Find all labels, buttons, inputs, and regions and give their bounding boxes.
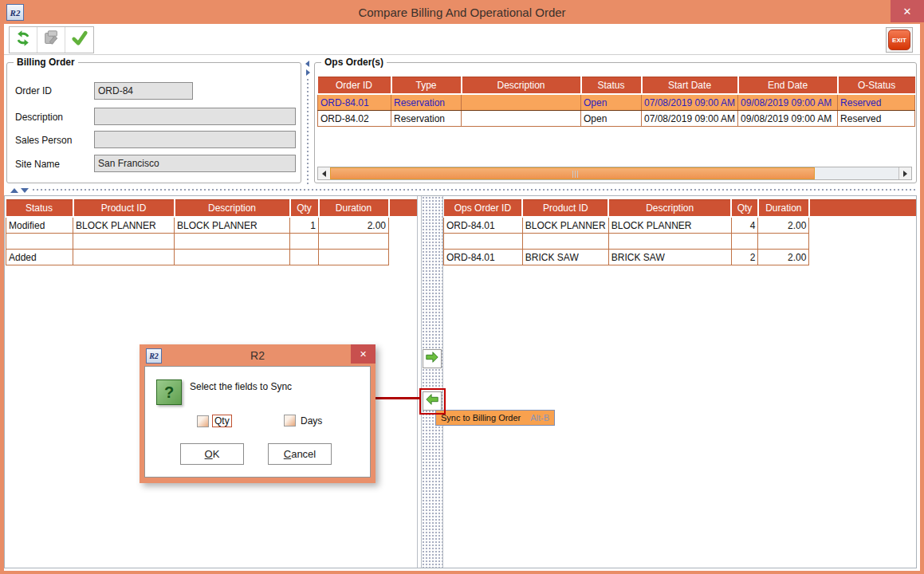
scrollbar-grip bbox=[572, 171, 578, 178]
cell: BLOCK PLANNER bbox=[608, 217, 731, 234]
column-header[interactable]: Description bbox=[608, 200, 731, 218]
billing-items-table: Status Product ID Description Qty Durati… bbox=[6, 199, 417, 265]
window-title: Compare Billing And Operational Order bbox=[0, 0, 924, 24]
scroll-left-icon bbox=[322, 171, 326, 177]
cell: 2.00 bbox=[758, 217, 809, 234]
cell bbox=[290, 250, 319, 265]
column-header[interactable]: Ops Order ID bbox=[444, 200, 523, 218]
question-icon: ? bbox=[156, 379, 182, 405]
column-header[interactable]: Duration bbox=[758, 200, 809, 218]
ops-horizontal-scrollbar[interactable] bbox=[317, 167, 912, 180]
cell bbox=[522, 234, 608, 250]
column-header[interactable]: Qty bbox=[731, 200, 758, 218]
days-checkbox-label: Days bbox=[299, 415, 324, 427]
checkmark-icon bbox=[70, 29, 89, 50]
splitter-collapse-up-icon[interactable] bbox=[10, 188, 18, 193]
cancel-button-label-rest: ancel bbox=[291, 448, 316, 460]
ops-items-header-row: Ops Order ID Product ID Description Qty … bbox=[444, 200, 917, 218]
column-header[interactable]: Product ID bbox=[73, 200, 175, 218]
scroll-left-button[interactable] bbox=[318, 167, 331, 179]
column-header[interactable]: Qty bbox=[290, 200, 319, 218]
site-name-label: Site Name bbox=[15, 159, 60, 170]
cell-filler bbox=[809, 217, 916, 234]
table-row[interactable] bbox=[6, 234, 417, 250]
table-row[interactable]: Added bbox=[6, 250, 417, 265]
splitter-collapse-down-icon[interactable] bbox=[21, 188, 29, 193]
column-header[interactable]: Product ID bbox=[522, 200, 608, 218]
header-filler bbox=[389, 200, 417, 218]
cell: ORD-84.01 bbox=[318, 94, 391, 111]
cell bbox=[444, 234, 523, 250]
notes-icon bbox=[41, 29, 61, 50]
table-row[interactable] bbox=[444, 234, 917, 250]
table-row[interactable]: ORD-84.01 BLOCK PLANNER BLOCK PLANNER 4 … bbox=[444, 217, 917, 234]
dialog-close-button[interactable]: ✕ bbox=[351, 344, 375, 364]
checkbox-icon[interactable] bbox=[284, 415, 296, 427]
sync-tooltip: Sync to Billing Order Alt-B bbox=[435, 410, 555, 426]
cell: ORD-84.01 bbox=[444, 250, 523, 265]
tooltip-label: Sync to Billing Order bbox=[441, 413, 521, 423]
billing-order-group: Billing Order Order ID ORD-84 Descriptio… bbox=[6, 62, 301, 183]
tooltip-shortcut: Alt-B bbox=[530, 413, 549, 423]
column-header[interactable]: Type bbox=[391, 77, 462, 95]
column-header[interactable]: Start Date bbox=[642, 77, 738, 95]
cell-filler bbox=[389, 250, 417, 265]
compare-panel: Status Product ID Description Qty Durati… bbox=[4, 195, 917, 568]
cell: 1 bbox=[290, 217, 319, 234]
cell bbox=[462, 94, 581, 111]
confirm-button[interactable] bbox=[65, 27, 93, 53]
scroll-right-button[interactable] bbox=[898, 167, 911, 179]
green-left-arrow-icon bbox=[425, 392, 439, 410]
ops-orders-table: Order ID Type Description Status Start D… bbox=[317, 77, 915, 127]
cell: BLOCK PLANNER bbox=[175, 217, 290, 234]
days-checkbox[interactable]: Days bbox=[284, 415, 324, 427]
main-content: Billing Order Order ID ORD-84 Descriptio… bbox=[4, 54, 920, 571]
column-header[interactable]: Duration bbox=[319, 200, 389, 218]
column-header[interactable]: Description bbox=[175, 200, 290, 218]
dialog-message: Select the fields to Sync bbox=[190, 381, 292, 392]
cell bbox=[73, 250, 175, 265]
table-row[interactable]: Modified BLOCK PLANNER BLOCK PLANNER 1 2… bbox=[6, 217, 417, 234]
exit-button[interactable]: EXIT bbox=[886, 27, 913, 53]
qty-checkbox[interactable]: Qty bbox=[197, 415, 232, 427]
splitter-collapse-left-icon[interactable] bbox=[305, 61, 309, 67]
cell bbox=[462, 111, 581, 127]
column-header[interactable]: Status bbox=[581, 77, 642, 95]
cell bbox=[758, 234, 809, 250]
column-header[interactable]: End Date bbox=[738, 77, 838, 95]
green-right-arrow-icon bbox=[425, 350, 439, 368]
cell bbox=[6, 234, 73, 250]
ok-button[interactable]: OK bbox=[180, 443, 244, 465]
cancel-button[interactable]: Cancel bbox=[268, 443, 332, 465]
splitter-dots bbox=[33, 189, 916, 191]
table-row[interactable]: ORD-84.01 BRICK SAW BRICK SAW 2 2.00 bbox=[444, 250, 917, 265]
dialog-body: ? Select the fields to Sync Qty Days OK bbox=[144, 366, 371, 478]
cell: BLOCK PLANNER bbox=[73, 217, 175, 234]
scrollbar-thumb[interactable] bbox=[330, 167, 815, 179]
splitter-dots bbox=[307, 79, 309, 184]
column-header[interactable]: Description bbox=[462, 77, 581, 95]
cell-filler bbox=[389, 217, 417, 234]
sync-to-ops-button[interactable] bbox=[423, 349, 442, 368]
window-close-button[interactable]: ✕ bbox=[891, 0, 924, 22]
checkbox-icon[interactable] bbox=[197, 415, 209, 427]
cell: Reservation bbox=[391, 94, 462, 111]
ops-order-row-selected[interactable]: ORD-84.01 Reservation Open 07/08/2019 09… bbox=[318, 94, 915, 111]
cell bbox=[175, 250, 290, 265]
splitter-collapse-right-icon[interactable] bbox=[306, 69, 310, 76]
ops-order-row[interactable]: ORD-84.02 Reservation Open 07/08/2019 09… bbox=[318, 111, 915, 127]
sync-refresh-button[interactable] bbox=[10, 27, 37, 53]
cell: 4 bbox=[731, 217, 758, 234]
sync-button-strip bbox=[421, 196, 443, 568]
horizontal-splitter[interactable] bbox=[4, 187, 918, 195]
dialog-title-bar: R2 R2 ✕ bbox=[140, 344, 375, 366]
order-id-field: ORD-84 bbox=[94, 82, 193, 100]
cell: 09/08/2019 09:00 AM bbox=[738, 94, 838, 111]
cell-filler bbox=[809, 250, 916, 265]
order-id-label: Order ID bbox=[15, 85, 52, 96]
column-header[interactable]: Order ID bbox=[318, 77, 391, 95]
column-header[interactable]: Status bbox=[6, 200, 73, 218]
column-header[interactable]: O-Status bbox=[838, 77, 915, 95]
sync-to-billing-button[interactable] bbox=[423, 391, 442, 411]
vertical-splitter[interactable] bbox=[305, 58, 312, 186]
